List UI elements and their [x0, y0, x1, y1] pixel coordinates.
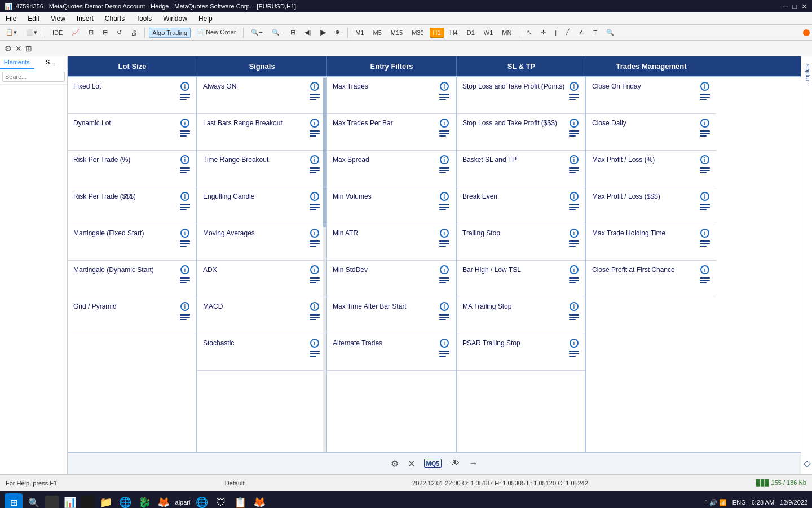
menu-help[interactable]: Help	[196, 14, 215, 24]
info-icon[interactable]: i	[700, 229, 709, 238]
new-chart-btn[interactable]: 📋▾	[2, 27, 20, 38]
list-item[interactable]: Min StdDev i	[327, 261, 456, 297]
info-icon[interactable]: i	[180, 119, 189, 128]
app3-taskbar[interactable]: 🦊	[156, 494, 171, 508]
split-bottom-icon[interactable]: ✕	[408, 458, 415, 469]
list-item[interactable]: Fixed Lot i	[68, 77, 196, 114]
list-item[interactable]: Break Even i	[457, 187, 585, 224]
list-item[interactable]: Time Range Breakout i	[197, 151, 326, 187]
info-icon[interactable]: i	[310, 339, 319, 348]
tf-w1[interactable]: W1	[480, 28, 497, 38]
info-icon[interactable]: i	[180, 155, 189, 164]
info-icon[interactable]: i	[310, 155, 319, 164]
tf-h1[interactable]: H1	[430, 28, 444, 38]
scroll-right-btn[interactable]: |▶	[316, 27, 329, 38]
list-item[interactable]: Close Profit at First Chance i	[586, 261, 716, 297]
info-icon[interactable]: i	[310, 119, 319, 128]
minimize-button[interactable]: ─	[783, 2, 788, 11]
info-icon[interactable]: i	[700, 155, 709, 164]
settings-icon[interactable]: ⚙	[5, 44, 12, 53]
info-icon[interactable]: i	[310, 302, 319, 311]
list-item[interactable]: Max Profit / Loss (%) i	[586, 151, 716, 187]
zoom-in-btn[interactable]: 🔍+	[248, 27, 266, 38]
list-item[interactable]: Dynamic Lot i	[68, 114, 196, 151]
grid2-icon[interactable]: ⊞	[25, 44, 32, 53]
tf-m15[interactable]: M15	[387, 28, 406, 38]
text-btn[interactable]: T	[590, 28, 601, 38]
profiles-btn[interactable]: ⊞	[99, 27, 111, 38]
info-icon[interactable]: i	[570, 302, 579, 311]
scroll-left-btn[interactable]: ◀|	[301, 27, 314, 38]
info-icon[interactable]: i	[440, 155, 449, 164]
list-item[interactable]: Max Trades i	[327, 77, 456, 114]
crosshair2-btn[interactable]: ✛	[537, 27, 549, 38]
info-icon[interactable]: i	[570, 119, 579, 128]
info-icon[interactable]: i	[180, 265, 189, 274]
list-item[interactable]: Min Volumes i	[327, 187, 456, 224]
tab-s[interactable]: S...	[34, 56, 68, 69]
list-item[interactable]: Max Time After Bar Start i	[327, 297, 456, 334]
mt4-taskbar[interactable]: 📊	[62, 494, 78, 508]
info-icon[interactable]: i	[700, 265, 709, 274]
info-icon[interactable]: i	[180, 82, 189, 91]
new-order-btn[interactable]: 📄 New Order	[193, 27, 239, 38]
info-icon[interactable]: i	[700, 119, 709, 128]
search-input[interactable]	[2, 72, 65, 82]
list-item[interactable]: Martingale (Dynamic Start) i	[68, 261, 196, 297]
list-item[interactable]: Close Daily i	[586, 114, 716, 151]
mq5-bottom-label[interactable]: MQ5	[424, 459, 442, 468]
list-item[interactable]: Stochastic i	[197, 334, 326, 371]
list-item[interactable]: MACD i	[197, 297, 326, 334]
info-icon[interactable]: i	[310, 265, 319, 274]
tf-m30[interactable]: M30	[408, 28, 427, 38]
tf-m5[interactable]: M5	[369, 28, 385, 38]
info-icon[interactable]: i	[310, 192, 319, 201]
search-taskbar-icon[interactable]: 🔍	[26, 494, 42, 508]
list-item[interactable]: Max Trade Holding Time i	[586, 224, 716, 261]
grid-btn[interactable]: ⊞	[287, 27, 299, 38]
info-icon[interactable]: i	[440, 119, 449, 128]
list-item[interactable]: Max Profit / Loss ($$$) i	[586, 187, 716, 224]
vertical-line-btn[interactable]: |	[551, 28, 560, 38]
info-icon[interactable]: i	[440, 192, 449, 201]
info-icon[interactable]: i	[310, 229, 319, 238]
list-item[interactable]: Bar High / Low TSL i	[457, 261, 585, 297]
tab-elements[interactable]: Elements	[0, 56, 34, 69]
list-item[interactable]: Risk Per Trade ($$$) i	[68, 187, 196, 224]
app2-taskbar[interactable]: 🐉	[136, 494, 152, 508]
samples-tab[interactable]: ...mples	[802, 62, 811, 89]
taskview-icon[interactable]	[45, 496, 59, 508]
list-item[interactable]: PSAR Trailing Stop i	[457, 334, 585, 371]
indicators-btn[interactable]: 📈	[68, 27, 83, 38]
menu-charts[interactable]: Charts	[103, 14, 127, 24]
info-icon[interactable]: i	[440, 229, 449, 238]
close-button[interactable]: ✕	[801, 2, 807, 11]
list-item[interactable]: Basket SL and TP i	[457, 151, 585, 187]
tf-m1[interactable]: M1	[352, 28, 367, 38]
list-item[interactable]: Max Spread i	[327, 151, 456, 187]
window-controls[interactable]: ─ □ ✕	[783, 2, 807, 11]
alpari-taskbar[interactable]: alpari	[175, 494, 191, 508]
list-item[interactable]: Martingale (Fixed Start) i	[68, 224, 196, 261]
list-item[interactable]: ADX i	[197, 261, 326, 297]
tf-h4[interactable]: H4	[447, 28, 461, 38]
angle-btn[interactable]: ∠	[575, 27, 588, 38]
template-btn[interactable]: ⊡	[85, 27, 97, 38]
chart-type-btn[interactable]: ⬜▾	[23, 27, 41, 38]
info-icon[interactable]: i	[310, 82, 319, 91]
info-icon[interactable]: i	[440, 265, 449, 274]
list-item[interactable]: Engulfing Candle i	[197, 187, 326, 224]
ide-btn[interactable]: IDE	[49, 28, 66, 38]
info-icon[interactable]: i	[440, 339, 449, 348]
diamond-icon[interactable]: ◇	[804, 458, 810, 468]
menu-tools[interactable]: Tools	[134, 14, 154, 24]
list-item[interactable]: MA Trailing Stop i	[457, 297, 585, 334]
crosshair-btn[interactable]: ⊕	[332, 27, 343, 38]
info-icon[interactable]: i	[180, 302, 189, 311]
list-item[interactable]: Stop Loss and Take Profit (Points) i	[457, 77, 585, 114]
info-icon[interactable]: i	[570, 192, 579, 201]
list-item[interactable]: Moving Averages i	[197, 224, 326, 261]
info-icon[interactable]: i	[570, 265, 579, 274]
info-icon[interactable]: i	[180, 192, 189, 201]
info-icon[interactable]: i	[700, 82, 709, 91]
